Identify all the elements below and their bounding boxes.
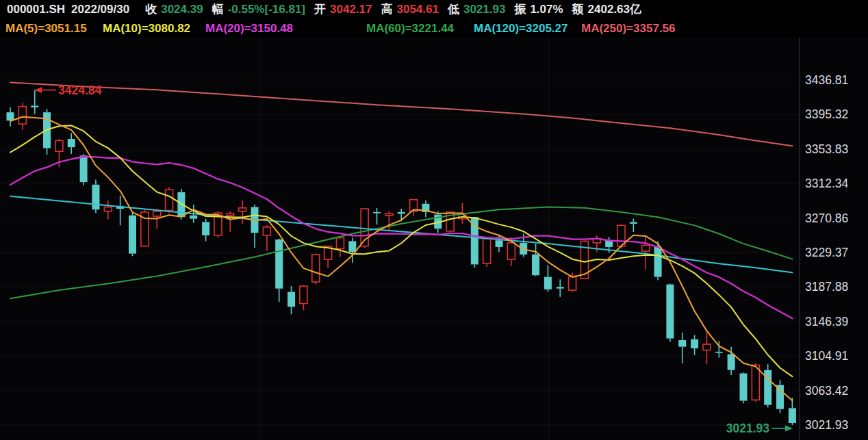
candle-09-13 xyxy=(630,219,637,232)
ma-legend-item-1: MA(10)=3080.82 xyxy=(103,18,190,38)
candle-08-10 xyxy=(348,238,356,263)
candle-07-29 xyxy=(251,205,259,248)
ma-legend-item-5: MA(250)=3357.56 xyxy=(581,18,676,38)
candle-07-05 xyxy=(31,90,38,114)
candle-body xyxy=(18,107,26,125)
candle-body xyxy=(666,285,674,339)
candle-body xyxy=(55,140,63,151)
candle-body xyxy=(68,139,75,147)
candle-body xyxy=(642,246,650,252)
candle-08-12 xyxy=(373,208,381,224)
candle-body xyxy=(678,340,686,347)
candle-07-25 xyxy=(202,219,209,242)
high-price-label: 3424.84 xyxy=(58,83,102,97)
candle-body xyxy=(153,211,161,216)
field-value-close: 3024.39 xyxy=(161,3,203,16)
ma250-line xyxy=(10,82,792,146)
candle-09-02 xyxy=(557,279,564,297)
candle-09-28 xyxy=(764,364,771,407)
field-label-amplitude: 振 xyxy=(514,3,526,16)
candle-08-15 xyxy=(385,211,393,231)
candle-body xyxy=(728,354,735,370)
candle-body xyxy=(789,408,796,423)
ma-legend-item-2: MA(20)=3150.48 xyxy=(205,18,293,38)
candle-body xyxy=(654,247,662,277)
candle-08-25 xyxy=(483,237,491,267)
candle-body xyxy=(7,112,14,120)
candle-body xyxy=(31,105,38,107)
y-axis-label: 3104.91 xyxy=(805,349,848,363)
field-label-open: 开 xyxy=(314,3,326,16)
candle-08-03 xyxy=(288,286,295,314)
candle-07-08 xyxy=(68,133,75,154)
candle-body xyxy=(227,213,234,215)
candle-body xyxy=(263,227,270,235)
candle-body xyxy=(385,213,393,215)
candle-body xyxy=(373,212,381,213)
candlestick-chart[interactable]: 3436.813395.323353.833312.343270.863229.… xyxy=(0,0,868,440)
y-axis-label: 3063.42 xyxy=(805,384,848,398)
y-axis-label: 3229.37 xyxy=(805,246,848,259)
y-axis-label: 3187.88 xyxy=(805,280,848,294)
candle-body xyxy=(715,352,723,353)
field-value-low: 3021.93 xyxy=(463,3,505,16)
candle-09-26 xyxy=(740,372,748,403)
candle-body xyxy=(520,243,527,255)
candle-08-08 xyxy=(324,246,332,268)
quote-fields: 收3024.39幅-0.55%[-16.81]开3042.17高3054.61低… xyxy=(136,1,641,17)
ma5-line xyxy=(10,117,792,401)
candle-07-01 xyxy=(7,107,14,127)
y-axis-label: 3395.32 xyxy=(805,107,848,121)
field-label-low: 低 xyxy=(448,3,459,16)
info-bar: 000001.SH 2022/09/30 收3024.39幅-0.55%[-16… xyxy=(0,0,868,18)
candle-09-01 xyxy=(544,266,552,292)
field-label-change: 幅 xyxy=(212,3,224,16)
candle-body xyxy=(336,238,344,249)
candle-body xyxy=(129,216,136,254)
ma10-line xyxy=(10,126,792,377)
candle-body xyxy=(80,155,88,182)
trade-date: 2022/09/30 xyxy=(71,3,129,16)
ma-lines-layer xyxy=(10,82,792,400)
symbol: 000001.SH xyxy=(7,3,65,16)
field-value-change: -0.55%[-16.81] xyxy=(228,3,305,16)
candle-08-01 xyxy=(263,225,270,251)
y-axis-label: 3270.86 xyxy=(805,211,848,225)
candle-body xyxy=(569,277,576,290)
candle-09-20 xyxy=(691,335,698,355)
ma-legend-item-4: MA(120)=3205.27 xyxy=(474,18,568,38)
candle-09-16 xyxy=(666,283,674,341)
candle-09-29 xyxy=(776,380,784,413)
candle-07-18 xyxy=(141,209,149,247)
grid-layer: 3436.813395.323353.833312.343270.863229.… xyxy=(0,38,849,440)
field-value-turnover: 2402.63亿 xyxy=(588,3,641,16)
candle-body xyxy=(300,286,307,304)
candle-body xyxy=(398,212,405,213)
candle-body xyxy=(776,385,784,409)
low-price-label: 3021.93 xyxy=(726,422,770,435)
ma-legend-item-3: MA(60)=3221.44 xyxy=(366,18,454,38)
candle-07-27 xyxy=(227,211,234,232)
field-value-open: 3042.17 xyxy=(330,3,372,16)
candle-body xyxy=(544,277,552,289)
candle-07-13 xyxy=(104,200,112,220)
candle-body xyxy=(166,190,173,210)
candle-body xyxy=(752,365,759,400)
y-axis-label: 3353.83 xyxy=(805,142,848,156)
candle-body xyxy=(202,222,209,235)
candle-body xyxy=(507,243,515,259)
candle-07-12 xyxy=(92,180,99,213)
y-axis-label: 3312.34 xyxy=(805,177,849,190)
candle-body xyxy=(275,240,283,289)
ma20-line xyxy=(10,157,792,318)
candle-body xyxy=(740,374,748,401)
candle-body xyxy=(312,255,320,282)
candle-body xyxy=(92,185,99,209)
candle-body xyxy=(496,240,503,247)
candle-09-19 xyxy=(678,333,686,363)
candle-body xyxy=(239,208,246,211)
candle-07-15 xyxy=(129,212,136,256)
annotation-low: 3021.93 xyxy=(726,422,793,435)
candle-08-17 xyxy=(410,200,418,216)
field-value-high: 3054.61 xyxy=(396,3,438,16)
